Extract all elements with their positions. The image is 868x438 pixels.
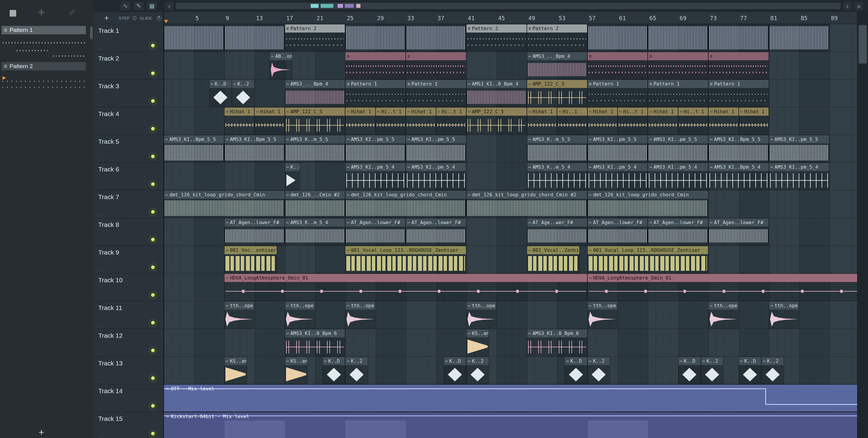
audio-clip[interactable]: ↦AMS3_KI..0_Bpm_6 [285, 329, 345, 356]
track-mute-led[interactable] [150, 126, 156, 131]
audio-clip[interactable] [648, 24, 708, 51]
track-header[interactable]: Track 13... [94, 357, 163, 384]
pattern-clip[interactable]: ≣Pattern 2 [285, 24, 345, 51]
slide-tool-icon[interactable]: ∿ [121, 1, 130, 10]
audio-clip[interactable]: ↦tth..ope [285, 302, 315, 328]
automation-line[interactable] [164, 415, 857, 416]
track-header[interactable]: Track 6... [94, 163, 163, 190]
audio-clip[interactable]: ↦dmt_126_kit_loop_grido_chord_Cmin [345, 191, 466, 217]
audio-clip[interactable] [164, 24, 224, 51]
audio-clip[interactable]: ↦K..2 [467, 357, 489, 384]
audio-clip[interactable]: ↦K..2 [588, 357, 610, 384]
v-scrollbar[interactable] [857, 12, 868, 438]
audio-clip[interactable]: ↦tth..ope [467, 302, 496, 328]
picker-scrollbar[interactable] [90, 27, 93, 39]
audio-clip[interactable]: ↦AMS3_KI..pm_5_4 [648, 163, 708, 190]
pattern-clip[interactable]: ≣ [406, 52, 466, 79]
audio-clip[interactable]: ↦dmt_126_kit_loop_grido_chord_Cmin [588, 191, 708, 217]
audio-clip[interactable]: ↦AB..on [270, 52, 292, 79]
track-options[interactable]: ... [98, 295, 104, 300]
track-options[interactable]: ... [98, 211, 104, 216]
track-options[interactable]: ... [98, 267, 104, 272]
audio-clip[interactable]: ↦K..D [678, 357, 701, 384]
add-track-button[interactable]: + [104, 13, 109, 23]
track-mute-led[interactable] [150, 376, 156, 381]
audio-clip[interactable]: ↦AMS3_KI..0_Bpm_6 [527, 329, 587, 356]
track-mute-led[interactable] [150, 154, 156, 159]
automation-line[interactable] [164, 388, 765, 389]
track-mute-led[interactable] [150, 348, 156, 353]
audio-clip[interactable]: ↦Hihat 1 [527, 107, 557, 134]
track-header[interactable]: Track 8... [94, 218, 163, 246]
audio-clip[interactable]: ↦AMS3_KI..pm_5_4 [588, 163, 648, 190]
pattern-clip[interactable]: ≣ [648, 52, 708, 79]
track-options[interactable]: ... [98, 378, 104, 383]
audio-clip[interactable]: ↦K..D [323, 357, 345, 384]
track-mute-led[interactable] [150, 71, 156, 76]
automation-line[interactable] [765, 404, 857, 405]
pattern-clip[interactable]: ≣Pattern 1 [406, 80, 466, 107]
draw-tool-icon[interactable]: ✐ [69, 8, 76, 18]
audio-clip[interactable]: ↦K..2 [701, 357, 723, 384]
audio-clip[interactable]: ↦AMS3_K..m_5_4 [285, 218, 345, 245]
scroll-right-button[interactable]: › [843, 2, 851, 10]
audio-clip[interactable]: ↦tth..ope [345, 302, 375, 328]
audio-clip[interactable]: ↦AMS3_KI..Bpm_5_5 [709, 135, 769, 162]
audio-clip[interactable]: ↦AMS3_.._Bpm_4 [527, 52, 587, 79]
audio-clip[interactable]: ↦AT_Agen..lower_F# [648, 218, 708, 245]
audio-clip[interactable]: ↦Hihat 1 [255, 107, 284, 134]
track-options[interactable]: ... [98, 101, 104, 106]
audio-clip[interactable]: ↦001_Voc..enhiser [224, 246, 277, 273]
pattern-clip[interactable]: ≣Pattern 1 [709, 80, 769, 107]
track-options[interactable]: ... [98, 405, 104, 411]
audio-clip[interactable]: ↦AMS3_KI..Bpm_5_5 [224, 135, 284, 162]
playlist-grid[interactable]: ≣Pattern 2≣Pattern 2≣Pattern 2↦AB..on≣≣↦… [164, 24, 857, 438]
audio-clip[interactable]: ↦AMS3_KI..pm_5_5 [406, 135, 466, 162]
audio-clip[interactable] [224, 24, 284, 51]
step-toggle[interactable] [133, 16, 136, 20]
audio-clip[interactable]: ↦K..D [210, 80, 231, 107]
track-mute-led[interactable] [150, 237, 156, 242]
audio-clip[interactable]: ↦K..D [565, 357, 587, 384]
audio-clip[interactable]: ↦AT_Agen..lower_F# [224, 218, 284, 245]
audio-clip[interactable]: ↦KS..an [224, 357, 247, 384]
audio-clip[interactable]: ↦tth..ope [224, 302, 254, 328]
audio-clip[interactable]: ↦AMP_122_C_5 [467, 107, 527, 134]
audio-clip[interactable]: ↦AT_Agen..lower_F# [588, 218, 648, 245]
automation-line[interactable] [765, 388, 766, 405]
audio-clip[interactable]: ↦001_Vocal_Loop_123..ROGHOUSE_Zenhiser [588, 246, 708, 273]
audio-clip[interactable]: ↦tth..ope [709, 302, 738, 328]
timeline-ruler[interactable]: 5913172125293337414549535761656973778185… [164, 12, 857, 24]
audio-clip[interactable]: ↦Hihat 1 [224, 107, 254, 134]
audio-clip[interactable]: ↦K..2 [232, 80, 254, 107]
audio-clip[interactable]: ↦AMS3_KI..pm_5_4 [406, 163, 466, 190]
pattern-clip[interactable]: ≣Pattern 1 [345, 80, 405, 107]
audio-clip[interactable]: ↦KS..an [467, 329, 489, 356]
audio-clip[interactable]: ↦Hi..t 1 [436, 107, 466, 134]
audio-clip[interactable]: ↦AMS3_KI..0_Bpm_4 [467, 80, 527, 107]
audio-clip[interactable]: ↦AMP_122_C_5 [285, 107, 345, 134]
pencil-tool-icon[interactable]: ✎ [134, 1, 144, 10]
pattern-clip[interactable]: ≣Pattern 2 [527, 24, 587, 51]
audio-clip[interactable]: ↦Hihat 1 [739, 107, 769, 134]
audio-clip[interactable]: ↦tth..ope [588, 302, 617, 328]
track-options[interactable]: ... [98, 184, 104, 189]
audio-clip[interactable]: ↦Hi..t 1 [678, 107, 708, 134]
track-options[interactable]: ... [98, 73, 104, 78]
audio-clip[interactable] [406, 24, 466, 51]
audio-clip[interactable]: ↦Hi..t 1 [618, 107, 647, 134]
audio-clip[interactable]: ↦Hi..t 1 [376, 107, 405, 134]
pattern-clip[interactable]: ≣Pattern 1 [588, 80, 648, 107]
track-header[interactable]: Track 11... [94, 301, 163, 329]
audio-clip[interactable]: ↦K..2 [345, 357, 367, 384]
add-pattern-icon[interactable]: ✚ [38, 8, 45, 18]
track-mute-led[interactable] [150, 403, 156, 408]
add-pattern-button[interactable]: + [38, 428, 44, 437]
audio-clip[interactable]: ↦Hihat 1 [709, 107, 738, 134]
audio-clip[interactable]: ↦AMS3_KI..pm_5_5 [769, 135, 829, 162]
track-header[interactable]: Track 1... [94, 24, 163, 52]
h-scrollbar-thumb[interactable] [176, 2, 841, 9]
audio-clip[interactable]: ↦AT_Agen..lower_F# [709, 218, 769, 245]
audio-clip[interactable]: ↦K..2 [762, 357, 784, 384]
audio-clip[interactable]: ↦K..D [444, 357, 466, 384]
